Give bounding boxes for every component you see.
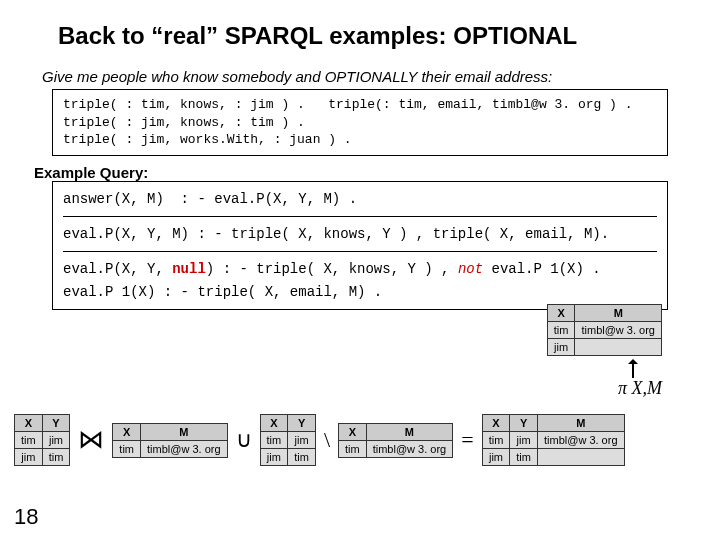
th: X [339, 423, 367, 440]
th: M [141, 423, 228, 440]
th: X [482, 415, 510, 432]
td: tim [113, 440, 141, 457]
op-union-icon: ∪ [234, 427, 254, 453]
th: Y [510, 415, 538, 432]
op-diff-icon: \ [322, 427, 332, 453]
result-table-xm: X M tim timbl@w 3. org jim [547, 304, 662, 356]
projection-label: π X,M [618, 378, 662, 399]
query-line-3: eval.P(X, Y, null) : - triple( X, knows,… [63, 258, 657, 280]
td: jim [15, 449, 43, 466]
td: tim [288, 449, 316, 466]
table-xm-2: XM timtimbl@w 3. org [338, 423, 453, 458]
td [537, 449, 624, 466]
th: M [537, 415, 624, 432]
query-line-2: eval.P(X, Y, M) : - triple( X, knows, Y … [63, 223, 657, 245]
table-xym: X Y M tim jim timbl@w 3. org jim tim [482, 414, 625, 466]
td: tim [339, 440, 367, 457]
example-query-label: Example Query: [0, 156, 720, 181]
td: tim [15, 432, 43, 449]
td: timbl@w 3. org [141, 440, 228, 457]
td: jim [260, 449, 288, 466]
table-xy-1: XY timjim jimtim [14, 414, 70, 466]
query-line-4: eval.P 1(X) : - triple( X, email, M) . [63, 281, 657, 303]
td: jim [42, 432, 70, 449]
th: X [260, 415, 288, 432]
result-cell: timbl@w 3. org [575, 322, 662, 339]
td: jim [288, 432, 316, 449]
slide-subtitle: Give me people who know somebody and OPT… [0, 50, 720, 85]
td: jim [510, 432, 538, 449]
table-xy-2: XY timjim jimtim [260, 414, 316, 466]
relational-algebra-row: XY timjim jimtim ⋈ XM timtimbl@w 3. org … [14, 414, 625, 466]
th: Y [42, 415, 70, 432]
slide-title: Back to “real” SPARQL examples: OPTIONAL [0, 0, 720, 50]
projection-arrow [632, 360, 634, 378]
th: X [15, 415, 43, 432]
td: tim [260, 432, 288, 449]
divider-1 [63, 216, 657, 217]
table-xm-1: XM timtimbl@w 3. org [112, 423, 227, 458]
td: tim [482, 432, 510, 449]
td: timbl@w 3. org [537, 432, 624, 449]
result-cell [575, 339, 662, 356]
query-line-1: answer(X, M) : - eval.P(X, Y, M) . [63, 188, 657, 210]
th: Y [288, 415, 316, 432]
td: timbl@w 3. org [366, 440, 453, 457]
slide-number: 18 [14, 504, 38, 530]
td: tim [42, 449, 70, 466]
td: tim [510, 449, 538, 466]
result-header-x: X [547, 305, 575, 322]
result-header-m: M [575, 305, 662, 322]
result-cell: tim [547, 322, 575, 339]
op-join-icon: ⋈ [76, 427, 106, 453]
op-equals-icon: = [459, 427, 475, 453]
result-cell: jim [547, 339, 575, 356]
query-box: answer(X, M) : - eval.P(X, Y, M) . eval.… [52, 181, 668, 311]
data-triples-box: triple( : tim, knows, : jim ) . triple(:… [52, 89, 668, 156]
td: jim [482, 449, 510, 466]
divider-2 [63, 251, 657, 252]
th: X [113, 423, 141, 440]
th: M [366, 423, 453, 440]
